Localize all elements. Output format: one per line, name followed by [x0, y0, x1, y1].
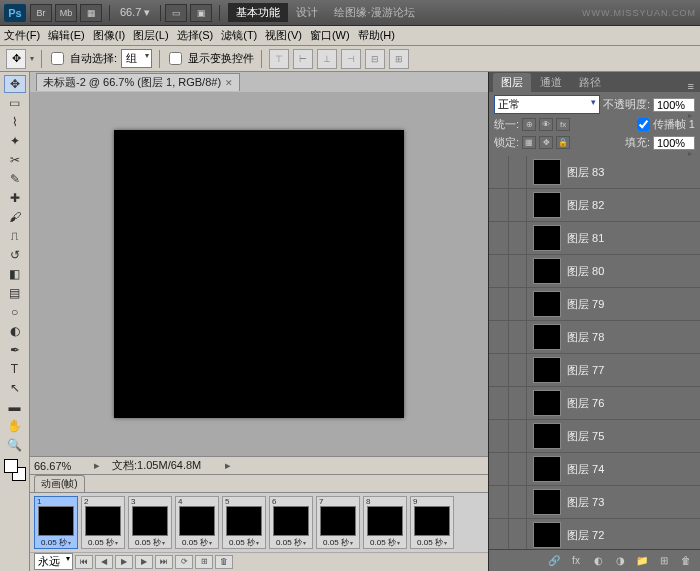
layer-row[interactable]: 图层 78 — [489, 321, 700, 354]
visibility-toggle[interactable] — [489, 486, 509, 518]
visibility-toggle[interactable] — [489, 189, 509, 221]
frame-delay[interactable]: 0.05 秒 — [276, 537, 306, 548]
animation-frame[interactable]: 20.05 秒 — [81, 496, 125, 549]
layer-name[interactable]: 图层 78 — [567, 330, 604, 345]
animation-frame[interactable]: 90.05 秒 — [410, 496, 454, 549]
visibility-toggle[interactable] — [489, 321, 509, 353]
heal-tool[interactable]: ✚ — [4, 189, 26, 207]
adjustment-layer-button[interactable]: ◑ — [612, 554, 628, 568]
transform-checkbox[interactable] — [169, 52, 182, 65]
bridge-button[interactable]: Br — [30, 4, 52, 22]
layer-thumbnail[interactable] — [533, 192, 561, 218]
link-cell[interactable] — [509, 222, 527, 254]
panel-menu-icon[interactable]: ≡ — [682, 80, 700, 92]
close-icon[interactable]: ✕ — [225, 78, 233, 88]
layer-row[interactable]: 图层 75 — [489, 420, 700, 453]
play-button[interactable]: ▶ — [115, 555, 133, 569]
layer-thumbnail[interactable] — [533, 291, 561, 317]
layer-name[interactable]: 图层 80 — [567, 264, 604, 279]
stamp-tool[interactable]: ⎍ — [4, 227, 26, 245]
visibility-toggle[interactable] — [489, 255, 509, 287]
layer-name[interactable]: 图层 75 — [567, 429, 604, 444]
canvas-viewport[interactable] — [30, 92, 488, 456]
path-tool[interactable]: ↖ — [4, 379, 26, 397]
layer-row[interactable]: 图层 80 — [489, 255, 700, 288]
last-frame-button[interactable]: ⏭ — [155, 555, 173, 569]
menu-select[interactable]: 选择(S) — [177, 28, 214, 43]
layer-name[interactable]: 图层 83 — [567, 165, 604, 180]
crop-tool[interactable]: ✂ — [4, 151, 26, 169]
layer-thumbnail[interactable] — [533, 258, 561, 284]
menu-image[interactable]: 图像(I) — [93, 28, 125, 43]
layer-row[interactable]: 图层 81 — [489, 222, 700, 255]
move-tool-icon[interactable]: ✥ — [6, 49, 26, 69]
lock-all-icon[interactable]: 🔒 — [556, 136, 570, 149]
frame-delay[interactable]: 0.05 秒 — [323, 537, 353, 548]
link-cell[interactable] — [509, 387, 527, 419]
link-cell[interactable] — [509, 255, 527, 287]
layer-thumbnail[interactable] — [533, 225, 561, 251]
frame-delay[interactable]: 0.05 秒 — [182, 537, 212, 548]
layer-list[interactable]: 图层 83图层 82图层 81图层 80图层 79图层 78图层 77图层 76… — [489, 156, 700, 549]
frame-delay[interactable]: 0.05 秒 — [417, 537, 447, 548]
visibility-toggle[interactable] — [489, 519, 509, 549]
status-zoom[interactable]: 66.67% — [30, 460, 90, 472]
lock-position-icon[interactable]: ✥ — [539, 136, 553, 149]
link-cell[interactable] — [509, 486, 527, 518]
new-frame-button[interactable]: ⊞ — [195, 555, 213, 569]
new-layer-button[interactable]: ⊞ — [656, 554, 672, 568]
layer-thumbnail[interactable] — [533, 489, 561, 515]
type-tool[interactable]: T — [4, 360, 26, 378]
layer-row[interactable]: 图层 76 — [489, 387, 700, 420]
link-cell[interactable] — [509, 354, 527, 386]
unify-position-icon[interactable]: ⊕ — [522, 118, 536, 131]
visibility-toggle[interactable] — [489, 222, 509, 254]
align-btn-5[interactable]: ⊟ — [365, 49, 385, 69]
pen-tool[interactable]: ✒ — [4, 341, 26, 359]
screenmode-button[interactable]: ▣ — [190, 4, 212, 22]
blur-tool[interactable]: ○ — [4, 303, 26, 321]
animation-frame[interactable]: 80.05 秒 — [363, 496, 407, 549]
layer-group-button[interactable]: 📁 — [634, 554, 650, 568]
align-btn-4[interactable]: ⊣ — [341, 49, 361, 69]
blend-mode-dropdown[interactable]: 正常 — [494, 95, 600, 114]
link-cell[interactable] — [509, 321, 527, 353]
visibility-toggle[interactable] — [489, 420, 509, 452]
layer-thumbnail[interactable] — [533, 159, 561, 185]
menu-layer[interactable]: 图层(L) — [133, 28, 168, 43]
layer-thumbnail[interactable] — [533, 357, 561, 383]
frame-delay[interactable]: 0.05 秒 — [41, 537, 71, 548]
fill-field[interactable]: 100% — [653, 136, 695, 150]
color-swatch[interactable] — [4, 459, 26, 481]
menu-help[interactable]: 帮助(H) — [358, 28, 395, 43]
align-btn-2[interactable]: ⊢ — [293, 49, 313, 69]
layer-name[interactable]: 图层 74 — [567, 462, 604, 477]
frame-delay[interactable]: 0.05 秒 — [135, 537, 165, 548]
next-frame-button[interactable]: ▶ — [135, 555, 153, 569]
layer-name[interactable]: 图层 73 — [567, 495, 604, 510]
marquee-tool[interactable]: ▭ — [4, 94, 26, 112]
first-frame-button[interactable]: ⏮ — [75, 555, 93, 569]
layer-style-button[interactable]: fx — [568, 554, 584, 568]
visibility-toggle[interactable] — [489, 387, 509, 419]
unify-visibility-icon[interactable]: 👁 — [539, 118, 553, 131]
unify-style-icon[interactable]: fx — [556, 118, 570, 131]
gradient-tool[interactable]: ▤ — [4, 284, 26, 302]
menu-file[interactable]: 文件(F) — [4, 28, 40, 43]
animation-frame[interactable]: 60.05 秒 — [269, 496, 313, 549]
menu-filter[interactable]: 滤镜(T) — [221, 28, 257, 43]
layer-thumbnail[interactable] — [533, 324, 561, 350]
visibility-toggle[interactable] — [489, 354, 509, 386]
tab-layers[interactable]: 图层 — [493, 73, 531, 92]
auto-select-checkbox[interactable] — [51, 52, 64, 65]
link-cell[interactable] — [509, 453, 527, 485]
layer-thumbnail[interactable] — [533, 522, 561, 548]
move-tool[interactable]: ✥ — [4, 75, 26, 93]
prev-frame-button[interactable]: ◀ — [95, 555, 113, 569]
delete-frame-button[interactable]: 🗑 — [215, 555, 233, 569]
layer-name[interactable]: 图层 82 — [567, 198, 604, 213]
layer-row[interactable]: 图层 77 — [489, 354, 700, 387]
tab-channels[interactable]: 通道 — [532, 73, 570, 92]
layer-thumbnail[interactable] — [533, 423, 561, 449]
status-docinfo[interactable]: 文档:1.05M/64.8M — [112, 458, 201, 473]
